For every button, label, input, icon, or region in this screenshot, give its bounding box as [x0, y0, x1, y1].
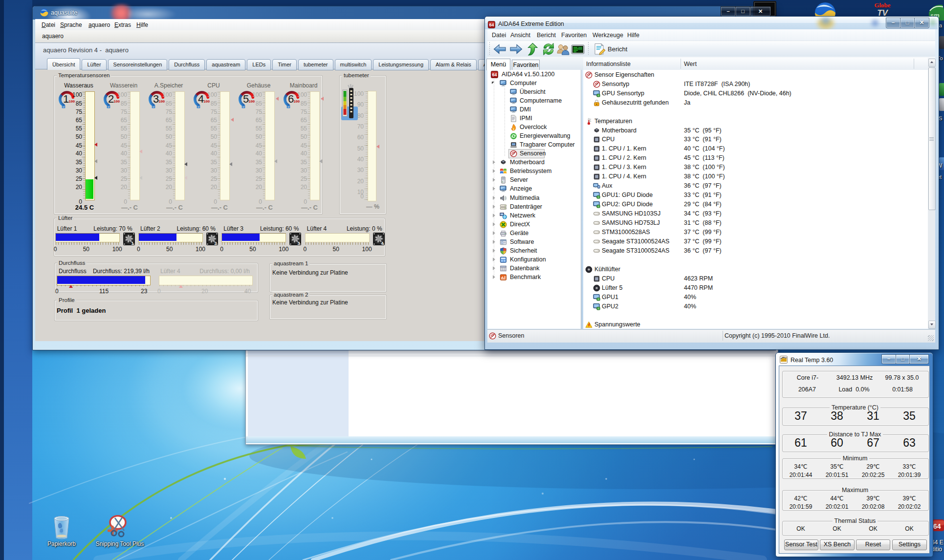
- svg-text:64: 64: [933, 522, 941, 530]
- svg-text:64: 64: [492, 72, 497, 77]
- svg-text:3: 3: [298, 241, 300, 245]
- svg-text:2: 2: [215, 241, 217, 245]
- svg-text:4: 4: [381, 241, 383, 245]
- svg-text:64: 64: [489, 22, 494, 27]
- svg-text:1: 1: [131, 241, 133, 245]
